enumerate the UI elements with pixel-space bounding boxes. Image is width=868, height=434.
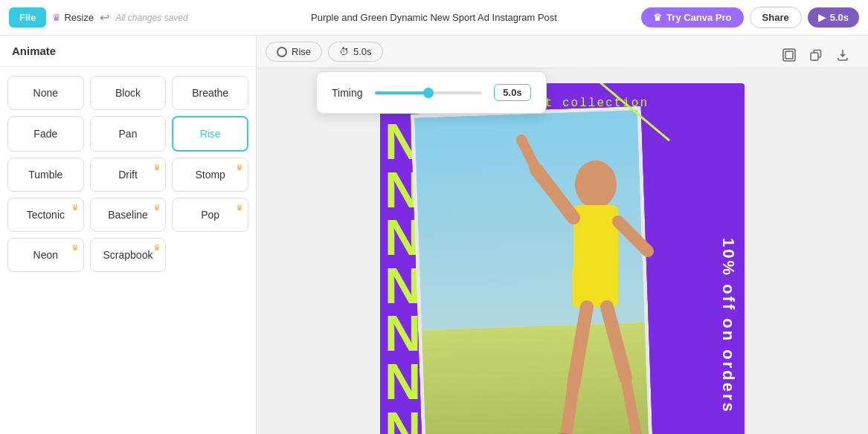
topbar-left: File ♛ Resize ↩ All changes saved (9, 7, 188, 27)
anim-btn-stomp[interactable]: Stomp♛ (172, 158, 248, 192)
crown-icon: ♛ (153, 163, 161, 172)
try-canva-button[interactable]: ♛ Try Canva Pro (641, 7, 743, 27)
athlete-figure (499, 125, 663, 434)
anim-btn-neon[interactable]: Neon♛ (7, 238, 84, 272)
canvas-action-bar (779, 68, 853, 69)
crown-icon: ♛ (236, 203, 243, 213)
anim-btn-pan[interactable]: Pan (90, 116, 167, 152)
play-icon: ▶ (818, 12, 826, 23)
undo-button[interactable]: ↩ (100, 10, 109, 25)
crown-icon: ♛ (653, 12, 662, 23)
animate-panel: Animate NoneBlockBreatheFadePanRiseTumbl… (0, 36, 257, 434)
resize-button[interactable]: ♛ Resize (52, 12, 94, 23)
crown-icon: ♛ (52, 12, 61, 23)
crown-icon: ♛ (71, 243, 79, 253)
share-button[interactable]: Share (750, 7, 802, 28)
post-content: NEV NEV NEV NEV NEV NEV NEV (380, 117, 745, 434)
rise-button[interactable]: Rise (266, 42, 322, 62)
right-column: Rise ⏱ 5.0s Timing 5.0s (257, 36, 868, 434)
anim-btn-none[interactable]: None (7, 76, 84, 110)
anim-btn-rise[interactable]: Rise (172, 116, 248, 152)
animate-header: Animate (0, 36, 256, 67)
svg-line-7 (521, 140, 536, 169)
crown-icon: ♛ (236, 163, 243, 172)
svg-line-6 (536, 169, 573, 218)
anim-btn-baseline[interactable]: Baseline♛ (90, 198, 167, 232)
anim-btn-scrapbook[interactable]: Scrapbook♛ (90, 238, 167, 272)
anim-btn-block[interactable]: Block (90, 76, 167, 110)
topbar-right: ♛ Try Canva Pro Share ▶ 5.0s (641, 7, 859, 28)
crown-icon: ♛ (71, 203, 79, 213)
timing-button[interactable]: ⏱ 5.0s (328, 42, 383, 62)
export-button[interactable] (832, 68, 853, 69)
anim-btn-pop[interactable]: Pop♛ (172, 198, 248, 232)
svg-line-12 (626, 378, 637, 434)
topbar: File ♛ Resize ↩ All changes saved Purple… (0, 0, 868, 36)
timing-popover: Timing 5.0s (316, 71, 547, 114)
clock-icon: ⏱ (339, 46, 349, 57)
svg-line-11 (607, 307, 626, 378)
play-button[interactable]: ▶ 5.0s (808, 7, 859, 27)
svg-rect-4 (573, 205, 618, 272)
timing-slider[interactable] (375, 91, 483, 94)
document-title: Purple and Green Dynamic New Sport Ad In… (311, 12, 557, 23)
post-canvas: New sport collection NEV NEV NEV NEV NEV… (380, 83, 745, 434)
animation-grid: NoneBlockBreatheFadePanRiseTumbleDrift♛S… (0, 67, 256, 281)
post-side-text: 10% off on orders (712, 162, 745, 434)
crown-icon: ♛ (153, 243, 161, 253)
canvas-area: New sport collection NEV NEV NEV NEV NEV… (257, 68, 868, 434)
svg-point-3 (575, 161, 617, 208)
anim-btn-tumble[interactable]: Tumble (7, 158, 84, 192)
svg-rect-5 (572, 266, 618, 307)
svg-line-10 (566, 385, 573, 434)
sub-toolbar: Rise ⏱ 5.0s Timing 5.0s (257, 36, 868, 68)
svg-line-8 (618, 221, 648, 251)
main-layout: Animate NoneBlockBreatheFadePanRiseTumbl… (0, 36, 868, 434)
anim-btn-breathe[interactable]: Breathe (172, 76, 248, 110)
anim-btn-fade[interactable]: Fade (7, 116, 84, 152)
anim-btn-drift[interactable]: Drift♛ (90, 158, 167, 192)
file-button[interactable]: File (9, 7, 46, 27)
crown-icon: ♛ (153, 203, 161, 213)
svg-line-9 (573, 307, 587, 385)
timing-label: Timing (332, 87, 363, 99)
timing-value: 5.0s (494, 84, 531, 101)
circle-icon (277, 47, 287, 57)
saved-status: All changes saved (115, 13, 187, 23)
anim-btn-tectonic[interactable]: Tectonic♛ (7, 198, 84, 232)
duplicate-button[interactable] (806, 68, 826, 69)
frame-button[interactable] (779, 68, 800, 69)
